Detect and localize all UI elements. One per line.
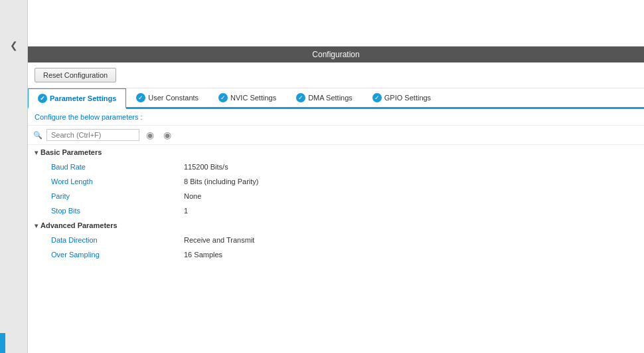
param-value-word-length: 8 Bits (including Parity)	[184, 177, 637, 185]
tab-icon-nvic-settings: ✓	[218, 93, 228, 102]
tab-gpio-settings[interactable]: ✓ GPIO Settings	[362, 88, 441, 107]
param-word-length[interactable]: Word Length 8 Bits (including Parity)	[28, 174, 644, 189]
search-icon: 🔍	[33, 131, 42, 140]
param-value-data-direction: Receive and Transmit	[184, 236, 637, 244]
param-baud-rate[interactable]: Baud Rate 115200 Bits/s	[28, 160, 644, 174]
sidebar-blue-indicator	[0, 333, 5, 353]
advanced-parameters-section: ▾ Advanced Parameters Data Direction Rec…	[28, 218, 644, 262]
basic-parameters-section: ▾ Basic Parameters Baud Rate 115200 Bits…	[28, 145, 644, 218]
param-stop-bits[interactable]: Stop Bits 1	[28, 203, 644, 218]
content-area: Configure the below parameters : 🔍 ◉ ◉ ▾…	[28, 109, 644, 353]
configure-text: Configure the below parameters :	[28, 109, 644, 126]
reset-config-button[interactable]: Reset Configuration	[35, 68, 116, 82]
sidebar: ❮	[0, 0, 28, 353]
tab-icon-gpio-settings: ✓	[372, 93, 382, 102]
basic-params-chevron: ▾	[35, 149, 38, 156]
param-name-baud-rate: Baud Rate	[51, 163, 184, 171]
top-area	[28, 0, 644, 47]
tab-nvic-settings[interactable]: ✓ NVIC Settings	[208, 88, 286, 107]
tab-label-nvic-settings: NVIC Settings	[230, 94, 276, 102]
search-bar: 🔍 ◉ ◉	[28, 126, 644, 145]
config-title: Configuration	[312, 50, 359, 59]
tabs-bar: ✓ Parameter Settings ✓ User Constants ✓ …	[28, 88, 644, 109]
param-value-parity: None	[184, 192, 637, 200]
advanced-parameters-label: Advanced Parameters	[40, 221, 118, 229]
param-name-parity: Parity	[51, 192, 184, 200]
configure-blue-text: Configure the below parameters :	[35, 113, 143, 121]
basic-parameters-header[interactable]: ▾ Basic Parameters	[28, 145, 644, 160]
tab-dma-settings[interactable]: ✓ DMA Settings	[286, 88, 362, 107]
tab-label-user-constants: User Constants	[148, 94, 199, 102]
tab-label-dma-settings: DMA Settings	[308, 94, 353, 102]
advanced-parameters-header[interactable]: ▾ Advanced Parameters	[28, 218, 644, 233]
reset-area: Reset Configuration	[28, 62, 644, 88]
config-header: Configuration	[28, 47, 644, 62]
param-parity[interactable]: Parity None	[28, 189, 644, 203]
param-value-over-sampling: 16 Samples	[184, 251, 637, 259]
advanced-params-chevron: ▾	[35, 222, 38, 229]
param-name-data-direction: Data Direction	[51, 236, 184, 244]
nav-next-arrow[interactable]: ◉	[161, 128, 174, 142]
param-name-over-sampling: Over Sampling	[51, 251, 184, 259]
basic-parameters-label: Basic Parameters	[40, 148, 102, 156]
tab-icon-dma-settings: ✓	[296, 93, 305, 102]
param-name-stop-bits: Stop Bits	[51, 207, 184, 215]
tab-icon-parameter-settings: ✓	[38, 94, 47, 103]
param-name-word-length: Word Length	[51, 177, 184, 185]
nav-prev-arrow[interactable]: ◉	[143, 128, 157, 142]
sidebar-collapse-arrow[interactable]: ❮	[10, 40, 18, 51]
main-panel: Configuration Reset Configuration ✓ Para…	[28, 0, 644, 353]
tab-label-gpio-settings: GPIO Settings	[384, 94, 431, 102]
tab-label-parameter-settings: Parameter Settings	[50, 94, 116, 102]
tab-parameter-settings[interactable]: ✓ Parameter Settings	[28, 88, 126, 109]
tab-icon-user-constants: ✓	[136, 93, 145, 102]
param-data-direction[interactable]: Data Direction Receive and Transmit	[28, 233, 644, 247]
tab-user-constants[interactable]: ✓ User Constants	[126, 88, 208, 107]
param-over-sampling[interactable]: Over Sampling 16 Samples	[28, 247, 644, 262]
search-input[interactable]	[46, 129, 139, 141]
param-value-stop-bits: 1	[184, 207, 637, 215]
param-value-baud-rate: 115200 Bits/s	[184, 163, 637, 171]
